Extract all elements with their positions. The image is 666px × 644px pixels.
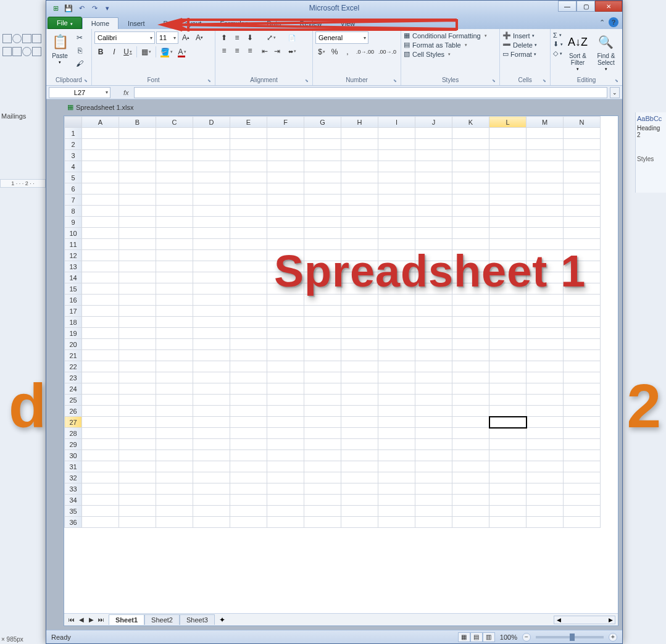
cell[interactable] <box>415 439 452 450</box>
cell[interactable] <box>341 306 378 317</box>
cell[interactable] <box>193 483 230 495</box>
cell[interactable] <box>267 439 304 450</box>
cell[interactable] <box>489 128 527 139</box>
autosum-button[interactable]: Σ▾ <box>553 31 563 39</box>
cell[interactable] <box>415 206 452 217</box>
cell[interactable] <box>304 295 341 306</box>
grow-font-icon[interactable]: A▴ <box>180 31 192 44</box>
cell[interactable] <box>341 461 378 472</box>
cell[interactable] <box>156 283 193 295</box>
row-header[interactable]: 18 <box>65 317 82 328</box>
cell[interactable] <box>564 172 601 183</box>
row-header[interactable]: 16 <box>65 295 82 306</box>
cell[interactable] <box>564 161 601 172</box>
cell[interactable] <box>156 228 193 239</box>
cell[interactable] <box>82 183 119 194</box>
cell[interactable] <box>527 317 564 328</box>
cell[interactable] <box>452 517 489 528</box>
cell[interactable] <box>341 128 378 139</box>
cell[interactable] <box>489 372 527 383</box>
cell[interactable] <box>267 239 304 250</box>
cell[interactable] <box>489 450 527 461</box>
cell[interactable] <box>193 361 230 372</box>
cell[interactable] <box>378 161 415 172</box>
row-header[interactable]: 12 <box>65 250 82 261</box>
cell[interactable] <box>527 139 564 150</box>
new-sheet-icon[interactable]: ✦ <box>215 615 230 625</box>
cell[interactable] <box>378 128 415 139</box>
cell[interactable] <box>489 483 527 495</box>
column-header[interactable]: L <box>489 117 527 128</box>
cell[interactable] <box>267 272 304 283</box>
cell[interactable] <box>156 272 193 283</box>
cell[interactable] <box>527 428 564 439</box>
undo-icon[interactable]: ↶ <box>76 2 87 14</box>
row-header[interactable]: 13 <box>65 261 82 272</box>
cell[interactable] <box>489 161 527 172</box>
cell[interactable] <box>267 395 304 406</box>
page-break-view-icon[interactable]: ▥ <box>483 632 495 642</box>
sheet-nav-prev-icon[interactable]: ◀ <box>77 615 86 625</box>
cell[interactable] <box>341 239 378 250</box>
cell[interactable] <box>304 339 341 350</box>
sheet-nav-next-icon[interactable]: ▶ <box>86 615 96 625</box>
cell[interactable] <box>304 261 341 272</box>
paste-button[interactable]: 📋 Paste ▾ <box>49 31 71 65</box>
cell[interactable] <box>267 206 304 217</box>
copy-icon[interactable]: ⎘ <box>73 44 86 57</box>
cell[interactable] <box>527 406 564 417</box>
conditional-formatting-button[interactable]: ▦Conditional Formatting <box>404 31 487 40</box>
cell[interactable] <box>415 350 452 361</box>
cell[interactable] <box>267 406 304 417</box>
cell[interactable] <box>193 495 230 506</box>
cell[interactable] <box>193 372 230 383</box>
cell[interactable] <box>82 328 119 339</box>
cell[interactable] <box>341 272 378 283</box>
zoom-in-icon[interactable]: + <box>609 633 617 642</box>
cell[interactable] <box>193 450 230 461</box>
cell[interactable] <box>378 150 415 161</box>
cell[interactable] <box>267 339 304 350</box>
cell[interactable] <box>119 328 156 339</box>
cell[interactable] <box>304 139 341 150</box>
cell[interactable] <box>378 383 415 395</box>
cell[interactable] <box>119 450 156 461</box>
column-header[interactable]: F <box>267 117 304 128</box>
cell[interactable] <box>415 328 452 339</box>
cell[interactable] <box>156 495 193 506</box>
cell[interactable] <box>119 128 156 139</box>
cell[interactable] <box>527 172 564 183</box>
row-header[interactable]: 20 <box>65 339 82 350</box>
cell[interactable] <box>156 206 193 217</box>
cell[interactable] <box>230 317 267 328</box>
cell[interactable] <box>193 128 230 139</box>
cell[interactable] <box>378 172 415 183</box>
cell[interactable] <box>230 183 267 194</box>
cell[interactable] <box>378 250 415 261</box>
cell[interactable] <box>452 361 489 372</box>
cell[interactable] <box>230 506 267 517</box>
cell[interactable] <box>415 172 452 183</box>
cell[interactable] <box>452 128 489 139</box>
cell[interactable] <box>119 483 156 495</box>
accounting-format-icon[interactable]: $ <box>315 46 328 58</box>
cell[interactable] <box>193 217 230 228</box>
cell[interactable] <box>415 317 452 328</box>
cell[interactable] <box>415 428 452 439</box>
cell[interactable] <box>156 150 193 161</box>
cell[interactable] <box>489 328 527 339</box>
close-button[interactable]: ✕ <box>595 1 622 12</box>
cell[interactable] <box>267 150 304 161</box>
cell-styles-button[interactable]: ▧Cell Styles <box>404 50 487 58</box>
cell[interactable] <box>527 461 564 472</box>
row-header[interactable]: 29 <box>65 439 82 450</box>
cell[interactable] <box>304 406 341 417</box>
tab-insert[interactable]: Insert <box>119 17 154 29</box>
cell[interactable] <box>119 506 156 517</box>
column-header[interactable]: J <box>415 117 452 128</box>
cell[interactable] <box>564 150 601 161</box>
cell[interactable] <box>527 250 564 261</box>
cell[interactable] <box>193 228 230 239</box>
clear-button[interactable]: ◇▾ <box>553 49 563 57</box>
font-size-select[interactable]: 11 <box>156 31 178 44</box>
